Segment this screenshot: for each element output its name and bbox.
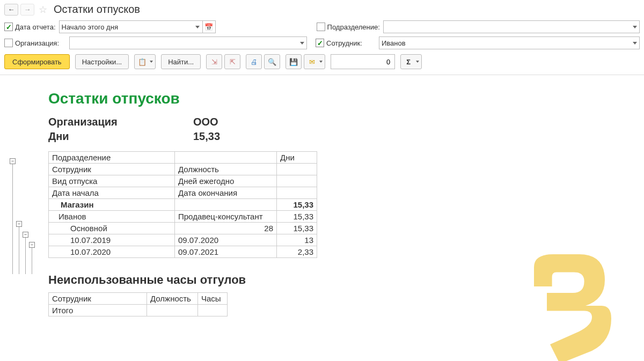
settings-button[interactable]: Настройки... [75,54,129,69]
save-icon: 💾 [289,58,298,66]
department-filter-label: Подразделение: [327,23,380,31]
chevron-down-icon [150,61,153,63]
department-dropdown-button[interactable] [630,20,640,33]
copy-button[interactable]: 📋 [134,54,156,69]
arrow-left-icon: ← [8,5,15,13]
save-button[interactable]: 💾 [286,54,302,69]
sigma-button[interactable]: Σ [400,54,422,69]
email-icon: ✉ [309,58,315,66]
department-filter-input[interactable] [383,20,630,33]
arrow-right-icon: → [24,5,31,13]
table-row: ИвановПродавец-консультант15,33 [49,211,317,223]
hours-table: СотрудникДолжностьЧасы Итого [48,292,228,316]
org-filter-checkbox[interactable] [4,39,13,47]
find-button[interactable]: Найти... [161,54,201,69]
chevron-down-icon [633,26,637,28]
calendar-icon: 📅 [204,23,213,31]
email-button[interactable]: ✉ [304,54,325,69]
favorite-star-icon[interactable]: ☆ [39,4,47,16]
department-filter-checkbox[interactable] [317,23,325,31]
generate-button[interactable]: Сформировать [4,54,70,69]
employee-dropdown-button[interactable] [630,36,640,49]
date-dropdown-button[interactable] [193,20,203,33]
report-title: Остатки отпусков [48,90,644,107]
date-filter-checkbox[interactable] [4,23,13,31]
forward-button[interactable]: → [20,4,34,16]
date-calendar-button[interactable]: 📅 [203,20,216,33]
tree-collapse-box[interactable]: − [10,158,16,164]
sum-input[interactable] [331,54,395,69]
summary-value: 15,33 [193,130,220,143]
tree-collapse-box[interactable]: − [23,232,28,238]
chevron-down-icon [300,42,304,45]
sigma-icon: Σ [406,58,411,66]
chevron-down-icon [195,26,200,28]
summary-label: Дни [48,130,193,143]
chevron-down-icon [416,61,419,63]
copy-icon: 📋 [138,58,147,66]
date-filter-input[interactable]: Начало этого дня [59,20,193,33]
org-filter-label: Организация: [15,39,66,47]
org-dropdown-button[interactable] [297,36,307,49]
summary-value: ООО [193,116,218,128]
back-button[interactable]: ← [4,4,18,16]
chevron-down-icon [633,42,637,45]
report-table: ПодразделениеДни СотрудникДолжность Вид … [48,151,317,258]
table-row: 10.07.202009.07.20212,33 [49,246,317,258]
table-row: Магазин15,33 [49,199,317,211]
section-title: Неиспользованные часы отгулов [48,273,644,287]
expand-button[interactable]: ⇲ [206,54,222,69]
preview-icon: 🔍 [268,58,276,66]
chevron-down-icon [319,61,323,63]
summary-label: Организация [48,116,193,128]
tree-collapse-box[interactable]: − [16,221,22,227]
date-filter-label: Дата отчета: [15,23,56,31]
print-button[interactable]: 🖨 [246,54,262,69]
table-row: Основной2815,33 [49,223,317,234]
org-filter-input[interactable] [69,36,297,49]
collapse-button[interactable]: ⇱ [224,54,240,69]
tree-collapse-box[interactable]: − [29,242,35,248]
table-row: 10.07.201909.07.202013 [49,234,317,246]
employee-filter-input[interactable]: Иванов [379,36,630,49]
page-title: Остатки отпусков [54,3,140,16]
print-icon: 🖨 [251,58,258,66]
preview-button[interactable]: 🔍 [264,54,280,69]
employee-filter-label: Сотрудник: [326,39,376,47]
tree-gutter: − − − − [2,75,45,316]
collapse-icon: ⇱ [230,58,236,66]
expand-icon: ⇲ [211,58,217,66]
employee-filter-checkbox[interactable] [316,39,324,47]
